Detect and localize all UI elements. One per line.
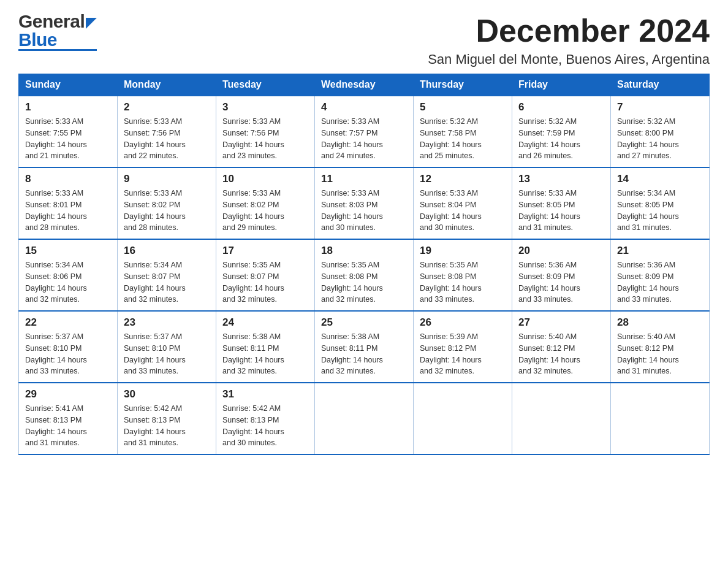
svg-marker-0 — [86, 18, 97, 29]
day-cell: 12 Sunrise: 5:33 AMSunset: 8:04 PMDaylig… — [414, 167, 512, 239]
title-area: December 2024 San Miguel del Monte, Buen… — [428, 12, 710, 67]
day-number: 23 — [124, 316, 210, 329]
day-cell: 17 Sunrise: 5:35 AMSunset: 8:07 PMDaylig… — [216, 239, 315, 311]
day-header-tuesday: Tuesday — [216, 74, 315, 96]
day-info: Sunrise: 5:42 AMSunset: 8:13 PMDaylight:… — [222, 404, 284, 447]
day-cell — [315, 383, 414, 454]
day-info: Sunrise: 5:42 AMSunset: 8:13 PMDaylight:… — [124, 404, 186, 447]
logo-general: General — [18, 12, 85, 31]
header-row: SundayMondayTuesdayWednesdayThursdayFrid… — [19, 74, 710, 96]
week-row-3: 15 Sunrise: 5:34 AMSunset: 8:06 PMDaylig… — [19, 239, 710, 311]
day-info: Sunrise: 5:38 AMSunset: 8:11 PMDaylight:… — [321, 332, 383, 375]
day-info: Sunrise: 5:40 AMSunset: 8:12 PMDaylight:… — [518, 332, 580, 375]
day-header-saturday: Saturday — [611, 74, 710, 96]
day-cell: 6 Sunrise: 5:32 AMSunset: 7:59 PMDayligh… — [512, 96, 611, 167]
day-info: Sunrise: 5:40 AMSunset: 8:12 PMDaylight:… — [617, 332, 679, 375]
header: General Blue December 2024 San Miguel de… — [18, 12, 710, 67]
day-info: Sunrise: 5:33 AMSunset: 8:02 PMDaylight:… — [124, 189, 186, 232]
day-info: Sunrise: 5:33 AMSunset: 8:01 PMDaylight:… — [25, 189, 87, 232]
day-info: Sunrise: 5:32 AMSunset: 7:58 PMDaylight:… — [420, 117, 482, 160]
day-cell: 27 Sunrise: 5:40 AMSunset: 8:12 PMDaylig… — [512, 311, 611, 383]
day-cell: 25 Sunrise: 5:38 AMSunset: 8:11 PMDaylig… — [315, 311, 414, 383]
day-header-monday: Monday — [118, 74, 216, 96]
day-cell: 31 Sunrise: 5:42 AMSunset: 8:13 PMDaylig… — [216, 383, 315, 454]
day-number: 25 — [321, 316, 407, 329]
day-number: 29 — [25, 388, 111, 400]
day-number: 20 — [518, 245, 604, 257]
day-info: Sunrise: 5:34 AMSunset: 8:06 PMDaylight:… — [25, 261, 87, 304]
day-number: 12 — [420, 173, 506, 185]
day-number: 31 — [222, 388, 308, 400]
logo-blue: Blue — [18, 31, 57, 49]
day-cell: 29 Sunrise: 5:41 AMSunset: 8:13 PMDaylig… — [19, 383, 118, 454]
day-number: 17 — [222, 245, 308, 257]
day-number: 5 — [420, 101, 506, 113]
day-info: Sunrise: 5:36 AMSunset: 8:09 PMDaylight:… — [617, 261, 679, 304]
day-info: Sunrise: 5:35 AMSunset: 8:08 PMDaylight:… — [420, 261, 482, 304]
calendar-table: SundayMondayTuesdayWednesdayThursdayFrid… — [18, 74, 710, 455]
day-cell — [512, 383, 611, 454]
day-info: Sunrise: 5:32 AMSunset: 8:00 PMDaylight:… — [617, 117, 679, 160]
logo-area: General Blue — [18, 12, 97, 51]
day-cell: 30 Sunrise: 5:42 AMSunset: 8:13 PMDaylig… — [118, 383, 216, 454]
day-number: 24 — [222, 316, 308, 329]
day-header-wednesday: Wednesday — [315, 74, 414, 96]
day-info: Sunrise: 5:36 AMSunset: 8:09 PMDaylight:… — [518, 261, 580, 304]
week-row-1: 1 Sunrise: 5:33 AMSunset: 7:55 PMDayligh… — [19, 96, 710, 167]
day-cell: 7 Sunrise: 5:32 AMSunset: 8:00 PMDayligh… — [611, 96, 710, 167]
day-cell: 19 Sunrise: 5:35 AMSunset: 8:08 PMDaylig… — [414, 239, 512, 311]
day-number: 22 — [25, 316, 111, 329]
day-header-sunday: Sunday — [19, 74, 118, 96]
day-info: Sunrise: 5:33 AMSunset: 8:05 PMDaylight:… — [518, 189, 580, 232]
day-info: Sunrise: 5:35 AMSunset: 8:08 PMDaylight:… — [321, 261, 383, 304]
day-number: 13 — [518, 173, 604, 185]
day-header-thursday: Thursday — [414, 74, 512, 96]
day-number: 2 — [124, 101, 210, 113]
day-number: 10 — [222, 173, 308, 185]
day-cell: 28 Sunrise: 5:40 AMSunset: 8:12 PMDaylig… — [611, 311, 710, 383]
day-number: 4 — [321, 101, 407, 113]
day-number: 3 — [222, 101, 308, 113]
day-info: Sunrise: 5:33 AMSunset: 7:55 PMDaylight:… — [25, 117, 87, 160]
day-cell: 2 Sunrise: 5:33 AMSunset: 7:56 PMDayligh… — [118, 96, 216, 167]
subtitle: San Miguel del Monte, Buenos Aires, Arge… — [428, 52, 710, 67]
day-cell: 16 Sunrise: 5:34 AMSunset: 8:07 PMDaylig… — [118, 239, 216, 311]
day-number: 18 — [321, 245, 407, 257]
day-cell: 11 Sunrise: 5:33 AMSunset: 8:03 PMDaylig… — [315, 167, 414, 239]
day-cell: 8 Sunrise: 5:33 AMSunset: 8:01 PMDayligh… — [19, 167, 118, 239]
day-cell: 21 Sunrise: 5:36 AMSunset: 8:09 PMDaylig… — [611, 239, 710, 311]
day-info: Sunrise: 5:32 AMSunset: 7:59 PMDaylight:… — [518, 117, 580, 160]
day-cell: 14 Sunrise: 5:34 AMSunset: 8:05 PMDaylig… — [611, 167, 710, 239]
day-info: Sunrise: 5:41 AMSunset: 8:13 PMDaylight:… — [25, 404, 87, 447]
day-info: Sunrise: 5:39 AMSunset: 8:12 PMDaylight:… — [420, 332, 482, 375]
day-info: Sunrise: 5:33 AMSunset: 8:03 PMDaylight:… — [321, 189, 383, 232]
logo-line1: General — [18, 12, 97, 31]
day-number: 19 — [420, 245, 506, 257]
day-number: 28 — [617, 316, 703, 329]
day-number: 8 — [25, 173, 111, 185]
day-cell: 10 Sunrise: 5:33 AMSunset: 8:02 PMDaylig… — [216, 167, 315, 239]
day-cell: 9 Sunrise: 5:33 AMSunset: 8:02 PMDayligh… — [118, 167, 216, 239]
day-number: 15 — [25, 245, 111, 257]
day-cell — [611, 383, 710, 454]
day-number: 27 — [518, 316, 604, 329]
week-row-4: 22 Sunrise: 5:37 AMSunset: 8:10 PMDaylig… — [19, 311, 710, 383]
day-info: Sunrise: 5:33 AMSunset: 8:02 PMDaylight:… — [222, 189, 284, 232]
day-cell — [414, 383, 512, 454]
day-cell: 22 Sunrise: 5:37 AMSunset: 8:10 PMDaylig… — [19, 311, 118, 383]
day-info: Sunrise: 5:34 AMSunset: 8:05 PMDaylight:… — [617, 189, 679, 232]
day-cell: 1 Sunrise: 5:33 AMSunset: 7:55 PMDayligh… — [19, 96, 118, 167]
day-number: 9 — [124, 173, 210, 185]
day-info: Sunrise: 5:33 AMSunset: 7:57 PMDaylight:… — [321, 117, 383, 160]
day-number: 30 — [124, 388, 210, 400]
day-cell: 13 Sunrise: 5:33 AMSunset: 8:05 PMDaylig… — [512, 167, 611, 239]
day-number: 14 — [617, 173, 703, 185]
day-header-friday: Friday — [512, 74, 611, 96]
day-info: Sunrise: 5:33 AMSunset: 7:56 PMDaylight:… — [222, 117, 284, 160]
day-number: 7 — [617, 101, 703, 113]
day-info: Sunrise: 5:33 AMSunset: 8:04 PMDaylight:… — [420, 189, 482, 232]
day-cell: 18 Sunrise: 5:35 AMSunset: 8:08 PMDaylig… — [315, 239, 414, 311]
day-info: Sunrise: 5:35 AMSunset: 8:07 PMDaylight:… — [222, 261, 284, 304]
day-info: Sunrise: 5:33 AMSunset: 7:56 PMDaylight:… — [124, 117, 186, 160]
day-info: Sunrise: 5:37 AMSunset: 8:10 PMDaylight:… — [25, 332, 87, 375]
